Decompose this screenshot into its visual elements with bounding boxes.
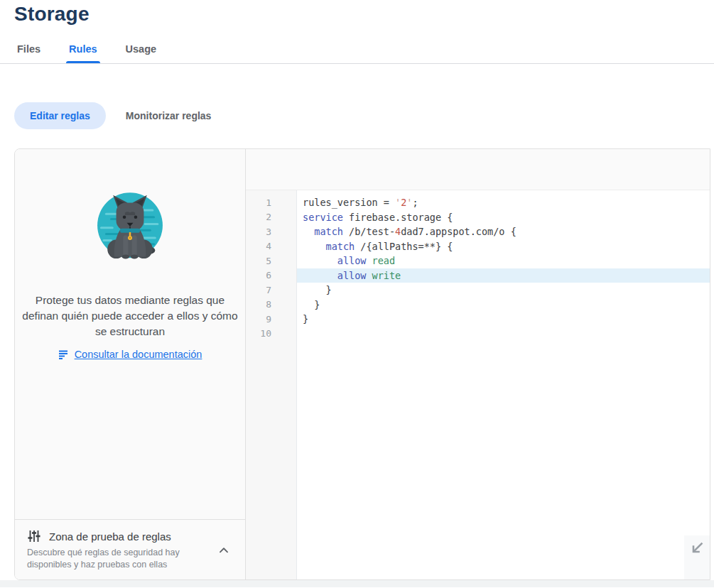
code-line[interactable]: 6 allow write	[246, 268, 710, 283]
page-bottom-strip	[0, 580, 714, 587]
line-number: 6	[246, 270, 297, 281]
doc-link-row: Consultar la documentación	[58, 349, 202, 360]
edit-rules-button[interactable]: Editar reglas	[14, 102, 106, 129]
rules-subtabs: Editar reglas Monitorizar reglas	[14, 102, 714, 129]
code-line[interactable]: 4 match /{allPaths=**} {	[246, 239, 710, 254]
tab-bar: Files Rules Usage	[0, 38, 714, 64]
code-line[interactable]: 2service firebase.storage {	[246, 210, 710, 225]
editor-body[interactable]: 1rules_version = '2';2service firebase.s…	[246, 190, 710, 579]
code-line-content: allow write	[297, 268, 710, 283]
line-number: 10	[246, 328, 297, 339]
line-number: 4	[246, 241, 297, 251]
rules-info-panel: Protege tus datos mediante reglas que de…	[15, 149, 246, 579]
code-line-content: allow read	[297, 254, 710, 268]
code-line-content: rules_version = '2';	[297, 195, 710, 210]
consult-documentation-link[interactable]: Consultar la documentación	[75, 349, 202, 360]
monitor-rules-button[interactable]: Monitorizar reglas	[121, 110, 216, 121]
line-number: 8	[246, 299, 297, 310]
tab-rules[interactable]: Rules	[66, 43, 100, 63]
code-line[interactable]: 5 allow read	[246, 254, 710, 268]
code-line-content: service firebase.storage {	[297, 210, 710, 225]
rules-card: Protege tus datos mediante reglas que de…	[14, 148, 710, 580]
rules-playground-header[interactable]: Zona de prueba de reglas	[27, 529, 234, 543]
code-line[interactable]: 10	[246, 327, 710, 342]
tab-files[interactable]: Files	[14, 43, 43, 63]
code-line[interactable]: 8 }	[246, 298, 710, 312]
rules-code-editor: 1rules_version = '2';2service firebase.s…	[246, 149, 710, 579]
page-title: Storage	[0, 0, 714, 28]
code-lines-container: 1rules_version = '2';2service firebase.s…	[246, 195, 710, 341]
collapse-editor-button[interactable]	[684, 535, 710, 579]
code-line[interactable]: 1rules_version = '2';	[246, 195, 710, 210]
line-number: 3	[246, 227, 297, 237]
rules-description-text: Protege tus datos mediante reglas que de…	[19, 293, 241, 339]
line-number: 7	[246, 285, 297, 295]
code-line-content	[297, 327, 710, 342]
line-number: 2	[246, 212, 297, 222]
playground-title: Zona de prueba de reglas	[49, 530, 171, 543]
editor-toolbar	[246, 149, 710, 190]
collapse-playground-button[interactable]	[215, 543, 232, 560]
code-line[interactable]: 3 match /b/test-4dad7.appspot.com/o {	[246, 224, 710, 239]
tune-sliders-icon	[27, 529, 41, 543]
dog-illustration	[92, 189, 168, 264]
code-line[interactable]: 9}	[246, 312, 710, 327]
line-number: 5	[246, 256, 297, 266]
code-line-content: match /b/test-4dad7.appspot.com/o {	[297, 224, 710, 239]
code-line-content: }	[297, 312, 710, 327]
arrow-southwest-icon	[688, 540, 705, 557]
chevron-up-icon	[216, 543, 232, 558]
docs-lines-icon	[58, 349, 70, 360]
code-line[interactable]: 7 }	[246, 283, 710, 298]
playground-description: Descubre qué reglas de seguridad hay dis…	[27, 547, 194, 571]
code-line-content: }	[297, 283, 710, 298]
rules-playground-section: Zona de prueba de reglas Descubre qué re…	[15, 519, 245, 579]
code-line-content: match /{allPaths=**} {	[297, 239, 710, 254]
code-line-content: }	[297, 298, 710, 312]
line-number: 1	[246, 197, 297, 208]
line-number: 9	[246, 314, 297, 325]
tab-usage[interactable]: Usage	[123, 43, 160, 63]
